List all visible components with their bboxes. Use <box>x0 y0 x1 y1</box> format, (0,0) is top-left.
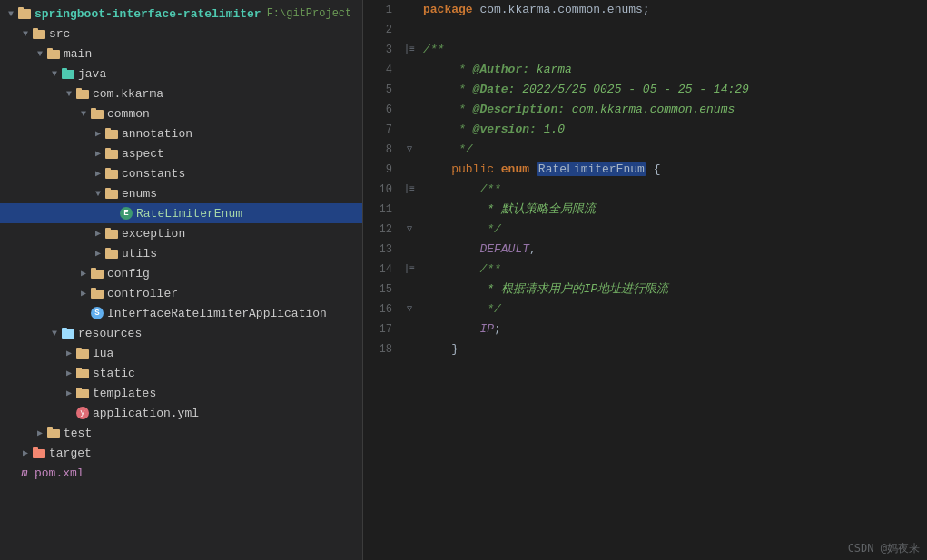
javadoc-6: * <box>423 103 473 116</box>
line-content-17: IP; <box>419 319 927 339</box>
svg-rect-3 <box>33 28 38 32</box>
code-line-17: 17 IP; <box>363 319 927 339</box>
templates-label: templates <box>93 387 156 400</box>
gutter-16: ▽ <box>399 300 419 319</box>
line-content-9: public enum RateLimiterEnum { <box>419 160 927 180</box>
fold-btn-10[interactable]: |≡ <box>404 180 415 200</box>
file-tree[interactable]: springboot-interface-ratelimiter F:\gitP… <box>0 0 363 560</box>
utils-folder-icon <box>105 248 118 259</box>
static-label: static <box>93 367 135 380</box>
svg-rect-13 <box>105 128 111 132</box>
tree-item-static[interactable]: static <box>0 363 362 383</box>
java-folder-icon <box>62 68 74 79</box>
gutter-12: ▽ <box>399 220 419 240</box>
line-num-2: 2 <box>363 20 399 40</box>
controller-arrow <box>76 288 91 299</box>
project-name: springboot-interface-ratelimiter <box>35 7 261 21</box>
svg-rect-39 <box>33 447 38 451</box>
tree-item-aspect[interactable]: aspect <box>0 143 362 163</box>
fold-btn-14[interactable]: |≡ <box>404 260 415 280</box>
tree-item-main[interactable]: main <box>0 44 362 64</box>
tree-item-utils[interactable]: utils <box>0 243 362 263</box>
line-content-4: * @Author: karma <box>419 60 927 80</box>
tree-item-resources[interactable]: resources <box>0 323 362 343</box>
line-num-9: 9 <box>363 160 399 180</box>
tree-item-src[interactable]: src <box>0 24 362 44</box>
static-folder-icon <box>76 368 89 378</box>
project-root[interactable]: springboot-interface-ratelimiter F:\gitP… <box>0 4 362 24</box>
tree-item-pom[interactable]: m pom.xml <box>0 463 362 483</box>
line-content-13: DEFAULT, <box>419 240 927 260</box>
constants-folder-icon <box>105 168 118 179</box>
tree-item-exception[interactable]: exception <box>0 223 362 243</box>
lua-label: lua <box>93 347 113 360</box>
tree-item-config[interactable]: config <box>0 263 362 283</box>
tree-item-annotation[interactable]: annotation <box>0 123 362 143</box>
tree-item-templates[interactable]: templates <box>0 383 362 403</box>
enum-icon: E <box>120 207 133 220</box>
tree-item-test[interactable]: test <box>0 423 362 443</box>
tag-version: @version: <box>473 123 537 136</box>
code-line-18: 18 } <box>363 339 927 359</box>
java-arrow <box>47 69 62 79</box>
gutter-8: ▽ <box>399 140 419 160</box>
tag-desc: @Description: <box>473 103 565 116</box>
line-num-10: 10 <box>363 180 399 200</box>
src-label: src <box>49 27 70 41</box>
aspect-folder-icon <box>105 148 118 159</box>
src-folder-icon <box>33 28 45 39</box>
tree-item-enums[interactable]: enums <box>0 183 362 203</box>
tree-item-rate-limiter-enum[interactable]: E RateLimiterEnum <box>0 203 362 223</box>
test-arrow <box>33 427 47 438</box>
watermark: CSDN @妈夜来 <box>848 541 920 556</box>
line-num-18: 18 <box>363 339 399 359</box>
tree-item-application-yml[interactable]: y application.yml <box>0 403 362 423</box>
javadoc-7: * <box>423 123 473 136</box>
com-kkarma-icon <box>76 88 89 99</box>
semicolon: ; <box>494 322 501 336</box>
line-num-17: 17 <box>363 319 399 339</box>
line-num-3: 3 <box>363 40 399 60</box>
exception-folder-icon <box>105 228 118 239</box>
config-label: config <box>107 267 150 280</box>
code-line-15: 15 * 根据请求用户的IP地址进行限流 <box>363 280 927 300</box>
tree-item-common[interactable]: common <box>0 103 362 123</box>
tree-item-constants[interactable]: constants <box>0 163 362 183</box>
fold-btn-8[interactable]: ▽ <box>407 140 412 160</box>
line-content-6: * @Description: com.kkarma.common.enums <box>419 100 927 120</box>
code-line-7: 7 * @version: 1.0 <box>363 120 927 140</box>
javadoc-16: */ <box>423 302 501 316</box>
svg-rect-33 <box>76 368 82 371</box>
svg-rect-37 <box>47 427 53 431</box>
pkg-name: com.kkarma.common.enums; <box>473 3 650 16</box>
fold-btn-12[interactable]: ▽ <box>407 220 412 240</box>
javadoc-12: */ <box>423 222 501 236</box>
tree-item-app[interactable]: S InterfaceRatelimiterApplication <box>0 303 362 323</box>
tagval-desc: com.kkarma.common.enums <box>565 103 735 116</box>
aspect-arrow <box>91 148 105 159</box>
javadoc-5: * <box>423 83 473 96</box>
gutter-14: |≡ <box>399 260 419 280</box>
tree-item-com-kkarma[interactable]: com.kkarma <box>0 84 362 103</box>
fold-btn-16[interactable]: ▽ <box>407 300 412 319</box>
tree-item-java[interactable]: java <box>0 64 362 84</box>
constants-label: constants <box>122 167 185 181</box>
yml-label: application.yml <box>93 407 199 420</box>
code-editor: 1 package com.kkarma.common.enums; 2 3 |… <box>363 0 927 560</box>
java-label: java <box>78 67 106 81</box>
code-content: 1 package com.kkarma.common.enums; 2 3 |… <box>363 0 927 560</box>
line-num-13: 13 <box>363 240 399 260</box>
fold-btn-3[interactable]: |≡ <box>404 40 415 60</box>
svg-rect-7 <box>62 68 67 72</box>
controller-folder-icon <box>91 288 104 299</box>
svg-rect-21 <box>105 228 111 231</box>
enum-class-name: RateLimiterEnum <box>537 162 646 176</box>
controller-label: controller <box>107 287 178 300</box>
gutter-10: |≡ <box>399 180 419 200</box>
tree-item-controller[interactable]: controller <box>0 283 362 303</box>
line-num-14: 14 <box>363 260 399 280</box>
tag-author: @Author: <box>473 63 529 76</box>
target-arrow <box>18 447 33 458</box>
tree-item-lua[interactable]: lua <box>0 343 362 363</box>
tree-item-target[interactable]: target <box>0 443 362 463</box>
